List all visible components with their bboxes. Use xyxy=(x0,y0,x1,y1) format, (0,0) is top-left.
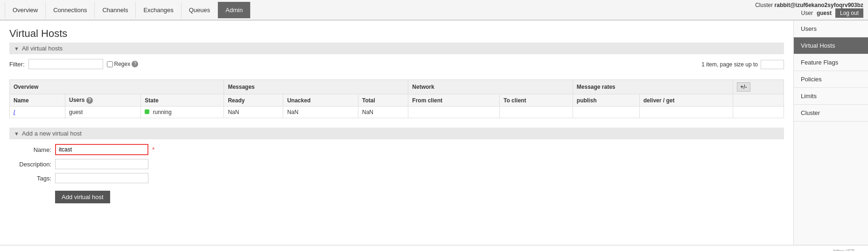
col-publish: publish xyxy=(573,94,639,107)
row-to-client xyxy=(500,107,573,118)
user-info: User guest Log out xyxy=(801,8,863,18)
user-name: guest xyxy=(817,10,832,16)
content-area: Virtual Hosts ▼ All virtual hosts Filter… xyxy=(0,21,793,245)
users-help-icon[interactable]: ? xyxy=(86,97,93,104)
plus-minus-cell[interactable]: +/- xyxy=(733,80,784,94)
cluster-name: rabbit@izuf6ekano2syfoqrv903bz xyxy=(775,2,863,8)
col-ready: Ready xyxy=(224,94,283,107)
row-deliver-get xyxy=(639,107,733,118)
nav-overview[interactable]: Overview xyxy=(5,2,46,18)
plus-minus-button[interactable]: +/- xyxy=(737,82,750,92)
row-unacked: NaN xyxy=(283,107,358,118)
col-total: Total xyxy=(358,94,408,107)
description-row: Description: xyxy=(9,159,784,169)
col-name: Name xyxy=(10,94,65,107)
help-icon[interactable]: ? xyxy=(132,61,138,67)
nav-connections[interactable]: Connections xyxy=(46,2,95,18)
bottom-bar: https://[?]... xyxy=(0,245,868,251)
row-state: running xyxy=(141,107,224,118)
regex-text: Regex xyxy=(114,61,131,67)
chevron-down-icon: ▼ xyxy=(14,46,19,51)
row-from-client xyxy=(408,107,500,118)
sidebar-item-policies[interactable]: Policies xyxy=(794,71,868,88)
cluster-label: Cluster xyxy=(755,2,773,8)
description-input[interactable] xyxy=(55,159,148,169)
row-name[interactable]: / xyxy=(10,107,65,118)
name-input[interactable] xyxy=(55,144,148,155)
tags-row: Tags: xyxy=(9,173,784,183)
page-size-input[interactable]: 100 xyxy=(761,60,784,69)
filter-label: Filter: xyxy=(9,61,25,68)
main-layout: Virtual Hosts ▼ All virtual hosts Filter… xyxy=(0,21,868,245)
required-star: * xyxy=(152,146,154,153)
footer-url: https://[?]... xyxy=(833,248,859,251)
sidebar-item-feature-flags[interactable]: Feature Flags xyxy=(794,54,868,71)
tags-input[interactable] xyxy=(55,173,148,183)
add-vhost-section-header[interactable]: ▼ Add a new virtual host xyxy=(9,128,784,139)
filter-input[interactable] xyxy=(28,59,103,69)
vhosts-table: Overview Messages Network Message rates … xyxy=(9,79,784,118)
row-publish xyxy=(573,107,639,118)
sidebar-item-virtual-hosts[interactable]: Virtual Hosts xyxy=(794,37,868,54)
logout-button[interactable]: Log out xyxy=(835,8,863,18)
page-title: Virtual Hosts xyxy=(9,28,784,40)
col-from-client: From client xyxy=(408,94,500,107)
add-vhost-section: ▼ Add a new virtual host Name: * Descrip… xyxy=(9,128,784,203)
row-ready: NaN xyxy=(224,107,283,118)
nav-admin[interactable]: Admin xyxy=(218,2,251,18)
col-to-client: To client xyxy=(500,94,573,107)
add-virtual-host-button[interactable]: Add virtual host xyxy=(55,191,110,203)
sidebar-item-users[interactable]: Users xyxy=(794,21,868,37)
cluster-info: Cluster rabbit@izuf6ekano2syfoqrv903bz xyxy=(755,2,863,8)
row-actions xyxy=(733,107,784,118)
chevron-down-icon-add: ▼ xyxy=(14,131,19,136)
row-total: NaN xyxy=(358,107,408,118)
col-extra xyxy=(733,94,784,107)
col-group-msgrates: Message rates xyxy=(573,80,733,94)
status-indicator xyxy=(145,109,149,114)
top-right-info: Cluster rabbit@izuf6ekano2syfoqrv903bz U… xyxy=(755,0,863,20)
sidebar-item-limits[interactable]: Limits xyxy=(794,88,868,105)
vhost-link[interactable]: / xyxy=(14,109,15,115)
col-group-network: Network xyxy=(408,80,573,94)
page-size-label: 1 item, page size up to xyxy=(701,61,758,68)
regex-checkbox[interactable] xyxy=(107,61,113,67)
state-text: running xyxy=(153,109,172,115)
row-users: guest xyxy=(65,107,141,118)
nav-channels[interactable]: Channels xyxy=(95,2,136,18)
all-vhosts-label: All virtual hosts xyxy=(22,45,63,52)
user-label: User xyxy=(801,10,813,16)
name-row: Name: * xyxy=(9,144,784,155)
regex-label[interactable]: Regex ? xyxy=(107,61,139,67)
all-virtual-hosts-section-header[interactable]: ▼ All virtual hosts xyxy=(9,43,784,54)
col-group-overview: Overview xyxy=(10,80,224,94)
col-state: State xyxy=(141,94,224,107)
tags-field-label: Tags: xyxy=(9,175,51,182)
right-sidebar: Users Virtual Hosts Feature Flags Polici… xyxy=(793,21,868,245)
nav-queues[interactable]: Queues xyxy=(182,2,218,18)
name-field-label: Name: xyxy=(9,146,51,153)
add-vhost-section-label: Add a new virtual host xyxy=(22,130,82,137)
col-unacked: Unacked xyxy=(283,94,358,107)
main-nav: Overview Connections Channels Exchanges … xyxy=(5,2,251,18)
table-row: / guest running NaN NaN NaN xyxy=(10,107,784,118)
page-size-row: 1 item, page size up to 100 xyxy=(701,60,784,69)
sidebar-item-cluster[interactable]: Cluster xyxy=(794,105,868,122)
col-users: Users ? xyxy=(65,94,141,107)
description-field-label: Description: xyxy=(9,161,51,168)
col-group-messages: Messages xyxy=(224,80,408,94)
top-bar: Overview Connections Channels Exchanges … xyxy=(0,0,868,21)
filter-row: Filter: Regex ? xyxy=(9,59,138,69)
nav-exchanges[interactable]: Exchanges xyxy=(136,2,181,18)
col-deliver-get: deliver / get xyxy=(639,94,733,107)
